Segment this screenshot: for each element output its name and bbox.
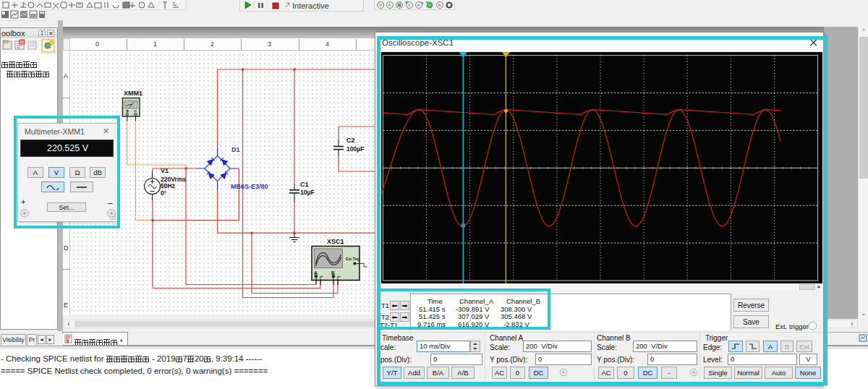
svg-text:B: B	[331, 270, 335, 275]
svg-text:C2: C2	[346, 137, 355, 144]
svg-text:V1: V1	[161, 167, 169, 174]
svg-text:A: A	[314, 270, 318, 275]
svg-text:XSC1: XSC1	[327, 238, 344, 245]
svg-text:220Vrms: 220Vrms	[161, 176, 187, 183]
svg-text:10µF: 10µF	[300, 189, 315, 196]
svg-text:0°: 0°	[161, 189, 167, 197]
svg-text:XMM1: XMM1	[124, 90, 142, 97]
svg-text:D1: D1	[231, 146, 240, 153]
svg-text:100µF: 100µF	[346, 145, 365, 153]
svg-text:50Hz: 50Hz	[161, 182, 175, 189]
svg-text:MB6S-E3/80: MB6S-E3/80	[231, 183, 268, 190]
svg-text:C1: C1	[300, 181, 309, 188]
svg-text:Ext Trig: Ext Trig	[346, 257, 359, 261]
